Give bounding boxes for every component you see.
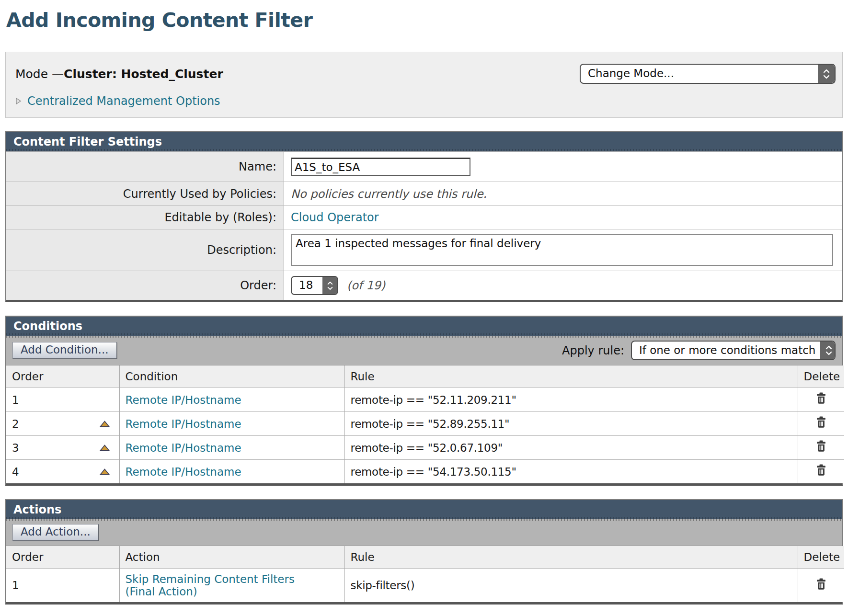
column-header-action: Action bbox=[119, 546, 344, 569]
condition-row: 4 Remote IP/Hostname remote-ip == "54.17… bbox=[6, 460, 844, 484]
trash-icon bbox=[815, 440, 827, 453]
policies-label: Currently Used by Policies: bbox=[6, 182, 284, 205]
condition-row: 3 Remote IP/Hostname remote-ip == "52.0.… bbox=[6, 436, 844, 460]
condition-rule: remote-ip == "52.0.67.109" bbox=[351, 442, 503, 454]
condition-order: 2 bbox=[12, 418, 19, 430]
order-select-value: 18 bbox=[292, 277, 322, 294]
column-header-order: Order bbox=[6, 546, 119, 569]
policies-row: Currently Used by Policies: No policies … bbox=[6, 182, 842, 205]
description-textarea[interactable]: Area 1 inspected messages for final deli… bbox=[291, 234, 833, 266]
conditions-section: Conditions Add Condition... Apply rule: … bbox=[5, 316, 843, 486]
trash-icon bbox=[815, 416, 827, 429]
centralized-management-options-link[interactable]: Centralized Management Options bbox=[27, 94, 220, 108]
column-header-condition: Condition bbox=[119, 365, 344, 388]
apply-rule-label: Apply rule: bbox=[562, 344, 624, 357]
chevron-down-icon bbox=[823, 75, 830, 79]
select-stepper bbox=[818, 65, 835, 83]
chevron-down-icon bbox=[825, 351, 832, 355]
condition-order: 1 bbox=[12, 394, 19, 406]
condition-link[interactable]: Remote IP/Hostname bbox=[126, 466, 241, 478]
conditions-header: Conditions bbox=[6, 317, 842, 336]
move-up-icon[interactable] bbox=[100, 421, 110, 427]
conditions-header-row: Order Condition Rule Delete bbox=[6, 365, 844, 388]
delete-action-button[interactable] bbox=[815, 578, 827, 591]
condition-rule: remote-ip == "52.89.255.11" bbox=[351, 418, 510, 430]
chevron-up-icon bbox=[327, 281, 333, 285]
name-input[interactable] bbox=[291, 158, 470, 176]
content-filter-settings-section: Content Filter Settings Name: Currently … bbox=[5, 131, 843, 302]
select-stepper bbox=[322, 277, 337, 294]
actions-table: Order Action Rule Delete 1 Skip Remainin… bbox=[6, 546, 844, 602]
name-label: Name: bbox=[6, 152, 284, 182]
condition-link[interactable]: Remote IP/Hostname bbox=[126, 394, 241, 406]
trash-icon bbox=[815, 392, 827, 405]
select-stepper bbox=[820, 342, 836, 359]
condition-rule: remote-ip == "54.173.50.115" bbox=[351, 466, 516, 478]
mode-label: Mode bbox=[15, 67, 48, 81]
actions-header: Actions bbox=[6, 500, 842, 519]
apply-rule-select[interactable]: If one or more conditions match bbox=[631, 341, 836, 360]
change-mode-select[interactable]: Change Mode... bbox=[580, 64, 836, 84]
add-action-button[interactable]: Add Action... bbox=[12, 524, 99, 541]
delete-condition-button[interactable] bbox=[815, 416, 827, 429]
action-row: 1 Skip Remaining Content Filters (Final … bbox=[6, 569, 844, 603]
delete-condition-button[interactable] bbox=[815, 392, 827, 405]
chevron-up-icon bbox=[823, 69, 830, 73]
description-row: Description: Area 1 inspected messages f… bbox=[6, 229, 842, 271]
condition-row: 1 Remote IP/Hostname remote-ip == "52.11… bbox=[6, 388, 844, 412]
mode-panel: Mode —Cluster: Hosted_Cluster Change Mod… bbox=[5, 52, 843, 118]
content-filter-settings-header: Content Filter Settings bbox=[6, 132, 842, 151]
order-total-hint: (of 19) bbox=[347, 279, 385, 292]
mode-cluster-value: Cluster: Hosted_Cluster bbox=[64, 67, 223, 81]
order-select[interactable]: 18 bbox=[291, 276, 338, 295]
action-order: 1 bbox=[12, 579, 19, 592]
apply-rule-select-value: If one or more conditions match bbox=[632, 342, 820, 359]
delete-condition-button[interactable] bbox=[815, 440, 827, 453]
description-label: Description: bbox=[6, 229, 284, 271]
move-up-icon[interactable] bbox=[100, 468, 110, 475]
conditions-toolbar: Add Condition... Apply rule: If one or m… bbox=[6, 336, 842, 365]
chevron-down-icon bbox=[327, 286, 333, 290]
actions-section: Actions Add Action... Order Action Rule … bbox=[5, 499, 843, 605]
change-mode-select-value: Change Mode... bbox=[581, 65, 818, 83]
trash-icon bbox=[815, 464, 827, 477]
editable-row: Editable by (Roles): Cloud Operator bbox=[6, 205, 842, 229]
condition-link[interactable]: Remote IP/Hostname bbox=[126, 418, 241, 430]
trash-icon bbox=[815, 578, 827, 591]
actions-toolbar: Add Action... bbox=[6, 519, 842, 546]
conditions-table: Order Condition Rule Delete 1 Remote IP/… bbox=[6, 365, 844, 483]
delete-condition-button[interactable] bbox=[815, 464, 827, 477]
mode-text: Mode —Cluster: Hosted_Cluster bbox=[15, 67, 223, 81]
condition-order: 3 bbox=[12, 442, 19, 454]
order-row: Order: 18 (of 19) bbox=[6, 271, 842, 300]
chevron-up-icon bbox=[825, 345, 832, 350]
mode-separator: — bbox=[52, 67, 64, 81]
column-header-rule: Rule bbox=[344, 365, 798, 388]
condition-rule: remote-ip == "52.11.209.211" bbox=[351, 394, 516, 406]
page-title: Add Incoming Content Filter bbox=[6, 9, 843, 32]
action-rule: skip-filters() bbox=[351, 579, 415, 592]
add-condition-button[interactable]: Add Condition... bbox=[12, 342, 117, 359]
column-header-order: Order bbox=[6, 365, 119, 388]
order-label: Order: bbox=[6, 271, 284, 300]
column-header-rule: Rule bbox=[344, 546, 798, 569]
content-filter-page: Add Incoming Content Filter Mode —Cluste… bbox=[0, 0, 848, 616]
actions-header-row: Order Action Rule Delete bbox=[6, 546, 844, 569]
policies-value: No policies currently use this rule. bbox=[284, 183, 842, 205]
move-up-icon[interactable] bbox=[100, 445, 110, 451]
condition-row: 2 Remote IP/Hostname remote-ip == "52.89… bbox=[6, 412, 844, 436]
expand-triangle-icon bbox=[15, 97, 22, 105]
column-header-delete: Delete bbox=[798, 365, 844, 388]
name-row: Name: bbox=[6, 151, 842, 182]
column-header-delete: Delete bbox=[798, 546, 844, 569]
editable-label: Editable by (Roles): bbox=[6, 206, 284, 229]
cloud-operator-link[interactable]: Cloud Operator bbox=[291, 211, 379, 224]
condition-link[interactable]: Remote IP/Hostname bbox=[126, 442, 241, 454]
action-link[interactable]: Skip Remaining Content Filters (Final Ac… bbox=[126, 573, 295, 598]
condition-order: 4 bbox=[12, 466, 19, 478]
